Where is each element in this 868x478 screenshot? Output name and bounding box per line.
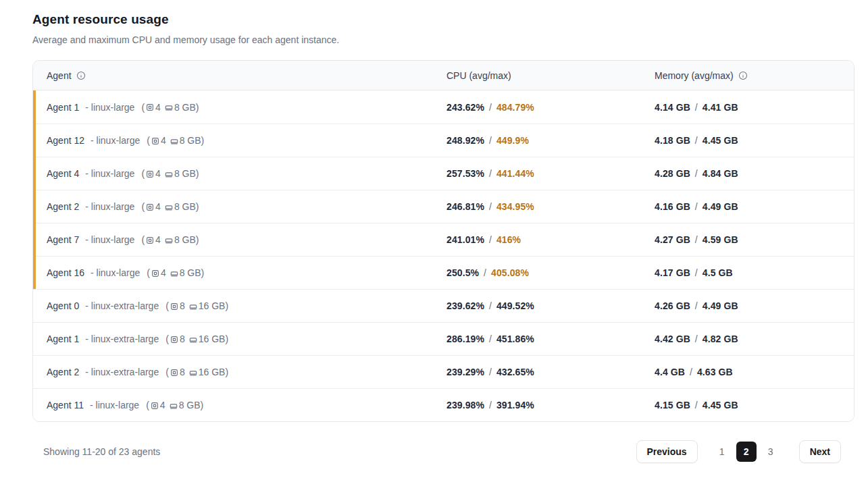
agent-instance-type: - linux-extra-large	[85, 334, 159, 344]
memory-avg-value: 4.17 GB	[655, 267, 690, 278]
cpu-avg-value: 241.01%	[446, 234, 484, 245]
memory-stick-icon	[169, 401, 178, 410]
ram-amount: 8 GB	[180, 267, 201, 278]
cpu-usage-cell: 257.53% / 441.44%	[433, 168, 641, 179]
page-number-button[interactable]: 3	[761, 442, 781, 462]
memory-stick-icon	[188, 302, 198, 311]
value-separator: /	[690, 168, 703, 179]
cpu-count: 4	[161, 135, 166, 146]
previous-page-button[interactable]: Previous	[636, 440, 698, 463]
specs-open-paren: (	[141, 168, 145, 179]
ram-amount: 8 GB	[174, 234, 196, 245]
agent-cell: Agent 1 - linux-extra-large ( 8	[33, 334, 433, 344]
cpu-avg-value: 243.62%	[446, 102, 484, 113]
cpu-max-value: 391.94%	[496, 400, 534, 410]
ram-amount: 8 GB	[174, 168, 196, 179]
value-separator: /	[484, 168, 496, 179]
table-row: Agent 7 - linux-large ( 4 8 GB	[33, 223, 854, 256]
memory-avg-value: 4.4 GB	[655, 367, 685, 377]
memory-stick-icon	[164, 236, 174, 245]
ram-amount: 16 GB	[199, 334, 226, 344]
cpu-chip-icon	[150, 401, 159, 410]
specs-close-paren: )	[196, 234, 199, 245]
column-header-agent: Agent	[33, 70, 433, 81]
agent-instance-type: - linux-extra-large	[85, 300, 159, 311]
cpu-chip-icon	[145, 203, 155, 212]
agent-name: Agent 1	[47, 334, 79, 344]
cpu-usage-cell: 250.5% / 405.08%	[433, 267, 641, 278]
page-number-button[interactable]: 1	[712, 442, 732, 462]
ram-amount: 8 GB	[174, 201, 196, 212]
memory-max-value: 4.5 GB	[703, 267, 733, 278]
specs-open-paren: (	[141, 234, 145, 245]
memory-avg-value: 4.27 GB	[655, 234, 690, 245]
cpu-max-value: 416%	[496, 234, 521, 245]
memory-max-value: 4.45 GB	[703, 135, 738, 146]
specs-close-paren: )	[196, 201, 199, 212]
cpu-avg-value: 257.53%	[446, 168, 484, 179]
agent-instance-type: - linux-extra-large	[85, 367, 159, 377]
agent-cell: Agent 7 - linux-large ( 4 8 GB	[33, 234, 433, 245]
agent-name: Agent 0	[47, 300, 79, 311]
value-separator: /	[690, 135, 703, 146]
table-footer: Showing 11-20 of 23 agents Previous 123 …	[32, 440, 854, 463]
cpu-count: 4	[161, 267, 166, 278]
memory-usage-cell: 4.42 GB / 4.82 GB	[641, 334, 854, 344]
table-row: Agent 1 - linux-large ( 4 8 GB	[33, 90, 854, 124]
memory-avg-value: 4.26 GB	[655, 300, 690, 311]
info-icon[interactable]	[738, 71, 748, 80]
value-separator: /	[484, 135, 496, 146]
agent-name: Agent 2	[47, 367, 79, 377]
cpu-chip-icon	[145, 103, 155, 112]
agent-cell: Agent 12 - linux-large ( 4 8 GB	[33, 135, 433, 146]
cpu-usage-cell: 241.01% / 416%	[433, 234, 641, 245]
table-row: Agent 2 - linux-extra-large ( 8	[33, 355, 854, 388]
memory-max-value: 4.84 GB	[703, 168, 738, 179]
agent-specs: ( 4 8 GB )	[141, 201, 199, 212]
table-row: Agent 11 - linux-large ( 4 8 GB	[33, 388, 854, 421]
memory-max-value: 4.49 GB	[703, 201, 738, 212]
agent-instance-type: - linux-large	[85, 102, 134, 113]
value-separator: /	[690, 267, 703, 278]
column-header-agent-label: Agent	[47, 70, 72, 81]
specs-open-paren: (	[141, 102, 145, 113]
cpu-usage-cell: 239.29% / 432.65%	[433, 367, 641, 377]
agent-name: Agent 1	[47, 102, 79, 113]
table-row: Agent 2 - linux-large ( 4 8 GB	[33, 190, 854, 223]
ram-amount: 8 GB	[179, 400, 201, 410]
memory-max-value: 4.82 GB	[703, 334, 738, 344]
cpu-chip-icon	[170, 368, 179, 377]
cpu-usage-cell: 243.62% / 484.79%	[433, 102, 641, 113]
memory-stick-icon	[164, 103, 174, 112]
memory-stick-icon	[188, 368, 198, 377]
specs-open-paren: (	[165, 334, 169, 344]
memory-max-value: 4.41 GB	[703, 102, 738, 113]
agent-specs: ( 4 8 GB )	[147, 135, 204, 146]
cpu-chip-icon	[170, 335, 179, 344]
cpu-chip-icon	[145, 236, 155, 245]
cpu-usage-cell: 286.19% / 451.86%	[433, 334, 641, 344]
agent-cell: Agent 1 - linux-large ( 4 8 GB	[33, 102, 433, 113]
cpu-count: 8	[180, 367, 185, 377]
agent-specs: ( 4 8 GB )	[146, 400, 203, 410]
agent-usage-table: Agent CPU (avg/max) Memory (avg/max)	[32, 60, 854, 422]
column-header-cpu-label: CPU (avg/max)	[446, 70, 511, 81]
specs-open-paren: (	[165, 300, 169, 311]
cpu-avg-value: 286.19%	[446, 334, 484, 344]
cpu-count: 4	[160, 400, 165, 410]
next-page-button[interactable]: Next	[799, 440, 841, 463]
memory-max-value: 4.59 GB	[703, 234, 738, 245]
cpu-max-value: 449.9%	[496, 135, 529, 146]
value-separator: /	[690, 234, 703, 245]
table-row: Agent 12 - linux-large ( 4 8 GB	[33, 124, 854, 157]
memory-max-value: 4.45 GB	[703, 400, 738, 410]
agent-instance-type: - linux-large	[85, 234, 134, 245]
agent-cell: Agent 11 - linux-large ( 4 8 GB	[33, 400, 433, 410]
info-icon[interactable]	[76, 71, 86, 80]
specs-close-paren: )	[225, 300, 228, 311]
ram-amount: 8 GB	[180, 135, 201, 146]
cpu-usage-cell: 248.92% / 449.9%	[433, 135, 641, 146]
page-number-button[interactable]: 2	[736, 442, 757, 462]
agent-name: Agent 16	[47, 267, 84, 278]
agent-instance-type: - linux-large	[85, 201, 134, 212]
